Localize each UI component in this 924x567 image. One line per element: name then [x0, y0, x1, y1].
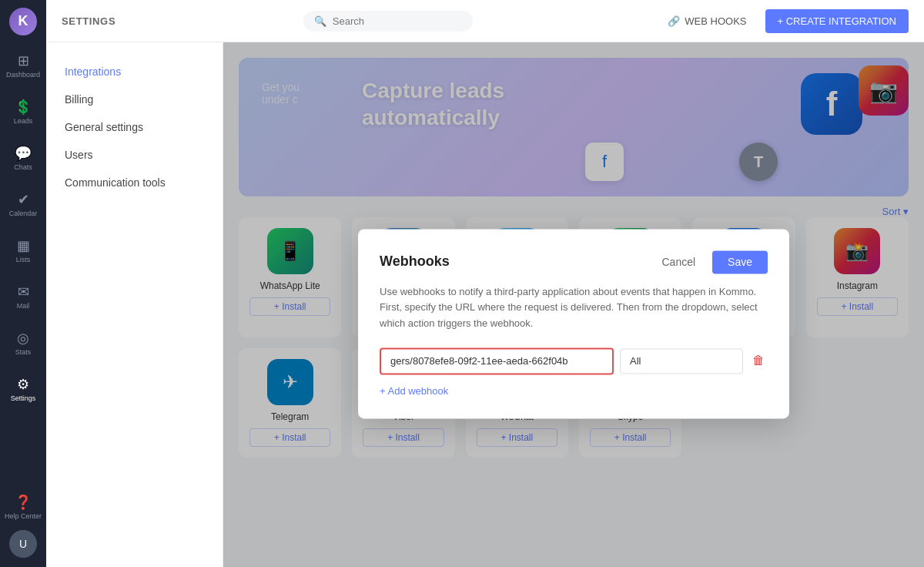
- dashboard-icon: ⊞: [18, 52, 29, 69]
- webhook-row: 🗑: [380, 347, 768, 374]
- content-area: Integrations Billing General settings Us…: [46, 42, 924, 567]
- sidebar-item-settings[interactable]: ⚙ Settings: [0, 366, 46, 412]
- webhooks-label: WEB HOOKS: [685, 15, 746, 27]
- cancel-button[interactable]: Cancel: [652, 250, 705, 273]
- webhooks-button[interactable]: 🔗 WEB HOOKS: [660, 11, 754, 32]
- nav-users[interactable]: Users: [46, 141, 223, 169]
- help-icon: ❓: [15, 494, 32, 511]
- sidebar-bottom: ❓ Help Center U: [0, 484, 46, 567]
- create-integration-button[interactable]: + CREATE INTEGRATION: [765, 9, 909, 33]
- modal-container: Webhooks Cancel Save Use webhooks to not…: [358, 229, 789, 418]
- chats-icon: 💬: [15, 145, 32, 162]
- webhooks-modal: Webhooks Cancel Save Use webhooks to not…: [358, 229, 789, 418]
- webhook-event-input[interactable]: [620, 348, 743, 374]
- delete-webhook-icon[interactable]: 🗑: [749, 351, 768, 371]
- sidebar-item-calendar[interactable]: ✔ Calendar: [0, 181, 46, 227]
- main-panel: Get you under c Capture leadsautomatical…: [223, 42, 924, 567]
- webhook-url-input[interactable]: [380, 347, 614, 374]
- sidebar-item-help[interactable]: ❓ Help Center: [0, 484, 46, 530]
- avatar[interactable]: U: [9, 530, 37, 558]
- sidebar-item-chats[interactable]: 💬 Chats: [0, 135, 46, 181]
- sidebar-item-dashboard[interactable]: ⊞ Dashboard: [0, 42, 46, 89]
- add-webhook-button[interactable]: + Add webhook: [380, 385, 448, 397]
- modal-actions: Cancel Save: [652, 250, 768, 273]
- save-button[interactable]: Save: [712, 250, 768, 273]
- sidebar-item-label: Calendar: [9, 210, 38, 218]
- settings-icon: ⚙: [17, 376, 29, 393]
- modal-header: Webhooks Cancel Save: [380, 250, 768, 273]
- webhooks-icon: 🔗: [668, 15, 680, 27]
- nav-general[interactable]: General settings: [46, 113, 223, 141]
- secondary-sidebar: Integrations Billing General settings Us…: [46, 42, 223, 567]
- search-input[interactable]: [333, 15, 462, 27]
- sidebar-item-mail[interactable]: ✉ Mail: [0, 273, 46, 320]
- nav-billing[interactable]: Billing: [46, 86, 223, 113]
- mail-icon: ✉: [18, 284, 29, 300]
- search-icon: 🔍: [314, 15, 326, 27]
- sidebar-navigation: ⊞ Dashboard 💲 Leads 💬 Chats ✔ Calendar ▦…: [0, 42, 46, 484]
- sidebar-item-leads[interactable]: 💲 Leads: [0, 89, 46, 135]
- top-header: SETTINGS 🔍 🔗 WEB HOOKS + CREATE INTEGRAT…: [46, 0, 924, 42]
- search-bar[interactable]: 🔍: [303, 11, 473, 32]
- sidebar-item-label: Dashboard: [6, 72, 40, 79]
- sidebar-item-label: Lists: [16, 257, 31, 264]
- sidebar-item-label: Stats: [15, 349, 32, 357]
- modal-description: Use webhooks to notify a third-party app…: [380, 284, 768, 332]
- page-title: SETTINGS: [62, 15, 116, 27]
- main-area: SETTINGS 🔍 🔗 WEB HOOKS + CREATE INTEGRAT…: [46, 0, 924, 567]
- nav-communication[interactable]: Communication tools: [46, 169, 223, 196]
- modal-title: Webhooks: [380, 253, 450, 270]
- app-logo: K: [9, 8, 37, 35]
- calendar-icon: ✔: [18, 191, 29, 208]
- nav-integrations[interactable]: Integrations: [46, 58, 223, 86]
- sidebar-item-lists[interactable]: ▦ Lists: [0, 227, 46, 273]
- stats-icon: ◎: [17, 330, 29, 347]
- sidebar-item-label: Leads: [14, 118, 33, 126]
- lists-icon: ▦: [17, 237, 30, 254]
- sidebar-logo: K: [0, 0, 46, 42]
- sidebar-item-label: Settings: [11, 395, 36, 403]
- header-right: 🔗 WEB HOOKS + CREATE INTEGRATION: [660, 9, 909, 33]
- sidebar-item-label: Mail: [17, 303, 30, 310]
- leads-icon: 💲: [15, 99, 32, 116]
- sidebar-item-label: Chats: [14, 164, 32, 172]
- sidebar: K ⊞ Dashboard 💲 Leads 💬 Chats ✔ Calendar…: [0, 0, 46, 567]
- sidebar-item-stats[interactable]: ◎ Stats: [0, 320, 46, 366]
- sidebar-help-label: Help Center: [5, 513, 42, 521]
